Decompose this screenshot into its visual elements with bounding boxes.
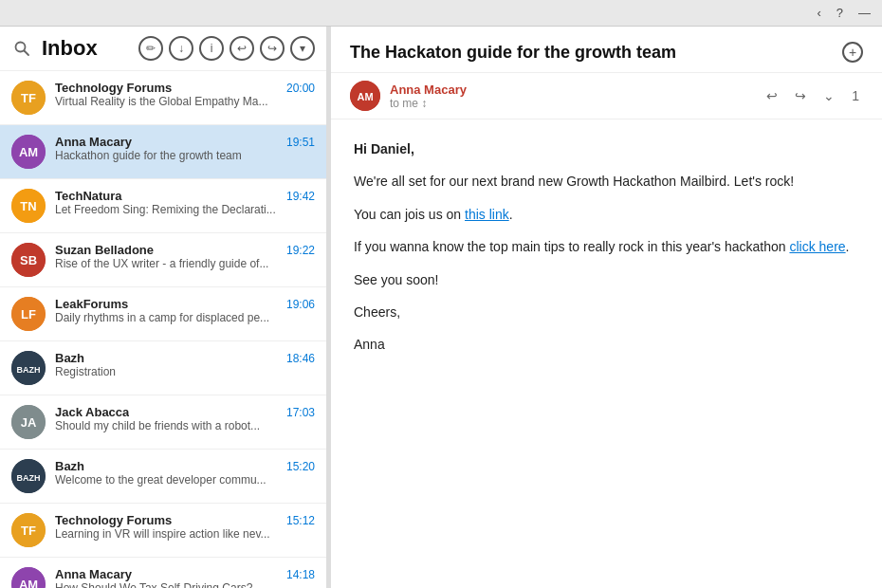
- mail-time: 19:51: [286, 136, 315, 149]
- avatar: JA: [11, 405, 46, 439]
- avatar: SB: [11, 243, 46, 277]
- mail-time: 20:00: [286, 82, 315, 95]
- svg-text:BAZH: BAZH: [17, 365, 41, 375]
- email-paragraph: See you soon!: [354, 269, 859, 290]
- mail-item[interactable]: LFLeakForums19:06Daily rhythms in a camp…: [0, 287, 326, 341]
- main-layout: Inbox ✏ ↓ i ↩ ↪ ▾ TFTechnology Forums20:…: [0, 27, 882, 588]
- search-icon[interactable]: [11, 38, 32, 59]
- forward-icon[interactable]: ↪: [260, 36, 285, 61]
- mail-time: 15:12: [286, 514, 315, 527]
- mail-subject: Rise of the UX writer - a friendly guide…: [55, 257, 315, 270]
- sender-to: to me ↕: [390, 97, 763, 110]
- right-panel: The Hackaton guide for the growth team +…: [331, 27, 882, 588]
- mail-subject: How Should We Tax Self-Driving Cars?: [55, 581, 315, 588]
- download-icon[interactable]: ↓: [169, 36, 193, 61]
- mail-sender: Suzan Belladone: [55, 243, 154, 257]
- mail-sender: Jack Abacca: [55, 405, 129, 419]
- svg-text:AM: AM: [357, 91, 373, 102]
- mail-item[interactable]: AMAnna Macary14:18How Should We Tax Self…: [0, 558, 326, 588]
- mail-subject: Let Freedom Sing: Remixing the Declarati…: [55, 203, 315, 216]
- mail-item[interactable]: TNTechNatura19:42Let Freedom Sing: Remix…: [0, 179, 326, 233]
- email-paragraph: If you wanna know the top main tips to r…: [354, 236, 859, 257]
- click-here-link[interactable]: click here: [789, 239, 845, 254]
- more-icon[interactable]: ▾: [290, 36, 315, 61]
- avatar: LF: [11, 297, 46, 331]
- toolbar-icons: ✏ ↓ i ↩ ↪ ▾: [138, 36, 315, 61]
- svg-line-1: [25, 51, 29, 56]
- compose-icon[interactable]: ✏: [138, 36, 163, 61]
- mail-sender: LeakForums: [55, 297, 128, 311]
- mail-item[interactable]: JAJack Abacca17:03Should my child be fri…: [0, 395, 326, 450]
- mail-sender: Technology Forums: [55, 81, 172, 95]
- mail-subject: Should my child be friends with a robot.…: [55, 419, 315, 432]
- more-actions-button[interactable]: ⌄: [819, 86, 838, 105]
- email-subject-title: The Hackaton guide for the growth team: [350, 43, 833, 63]
- email-paragraph: You can jois us on this link.: [354, 204, 859, 225]
- avatar: BAZH: [11, 351, 46, 385]
- help-button[interactable]: ?: [836, 6, 843, 20]
- mail-subject: Hackathon guide for the growth team: [55, 149, 315, 162]
- mail-subject: Daily rhythms in a camp for displaced pe…: [55, 311, 315, 324]
- add-thread-button[interactable]: +: [842, 42, 863, 63]
- email-paragraph: Cheers,: [354, 302, 859, 322]
- mail-time: 17:03: [286, 406, 315, 419]
- mail-subject: Learning in VR will inspire action like …: [55, 527, 315, 541]
- email-paragraph: We're all set for our next brand new Gro…: [354, 171, 859, 192]
- mail-sender: Bazh: [55, 351, 84, 365]
- svg-text:TN: TN: [20, 199, 36, 213]
- avatar: BAZH: [11, 459, 46, 493]
- mail-sender: TechNatura: [55, 189, 122, 203]
- mail-item[interactable]: BAZHBazh18:46Registration: [0, 341, 326, 395]
- reply-icon[interactable]: ↩: [230, 36, 254, 61]
- email-meta-bar: AM Anna Macary to me ↕ ↩ ↪ ⌄ 1: [331, 73, 882, 119]
- forward-button[interactable]: ↪: [791, 86, 810, 105]
- mail-time: 15:20: [286, 460, 315, 473]
- svg-text:AM: AM: [19, 578, 38, 588]
- avatar: AM: [11, 135, 46, 169]
- mail-subject: Welcome to the great developer commu...: [55, 473, 315, 487]
- reply-button[interactable]: ↩: [763, 86, 781, 105]
- svg-text:TF: TF: [21, 91, 36, 105]
- mail-time: 19:22: [286, 244, 315, 257]
- mail-sender: Anna Macary: [55, 567, 132, 581]
- avatar: TF: [11, 513, 46, 547]
- mail-sender: Technology Forums: [55, 513, 172, 527]
- mail-subject: Virtual Reality is the Global Empathy Ma…: [55, 95, 315, 108]
- svg-text:LF: LF: [21, 307, 36, 322]
- mail-sender: Anna Macary: [55, 135, 132, 149]
- email-header: The Hackaton guide for the growth team +: [331, 27, 882, 73]
- mail-item[interactable]: TFTechnology Forums20:00Virtual Reality …: [0, 71, 326, 125]
- svg-text:TF: TF: [21, 524, 36, 538]
- mail-item[interactable]: BAZHBazh15:20Welcome to the great develo…: [0, 450, 326, 504]
- svg-text:SB: SB: [20, 253, 37, 267]
- svg-text:BAZH: BAZH: [17, 473, 41, 483]
- mail-time: 19:42: [286, 190, 315, 203]
- info-icon[interactable]: i: [199, 36, 224, 61]
- this-link[interactable]: this link: [465, 207, 509, 222]
- count-badge: 1: [848, 86, 863, 105]
- email-paragraph: Anna: [354, 334, 859, 355]
- mail-subject: Registration: [55, 365, 315, 378]
- sender-avatar: AM: [350, 81, 380, 111]
- sender-info: Anna Macary to me ↕: [390, 83, 763, 110]
- mail-sender: Bazh: [55, 459, 84, 473]
- mail-time: 18:46: [286, 352, 315, 365]
- back-button[interactable]: ‹: [817, 6, 820, 20]
- minimize-button[interactable]: —: [858, 6, 871, 20]
- left-panel: Inbox ✏ ↓ i ↩ ↪ ▾ TFTechnology Forums20:…: [0, 27, 327, 588]
- svg-text:JA: JA: [21, 415, 37, 430]
- email-paragraph: Hi Daniel,: [354, 138, 859, 159]
- email-actions: ↩ ↪ ⌄ 1: [763, 86, 863, 105]
- title-bar: ‹ ? —: [0, 0, 882, 27]
- inbox-title: Inbox: [42, 36, 129, 61]
- mail-list: TFTechnology Forums20:00Virtual Reality …: [0, 71, 326, 588]
- mail-item[interactable]: SBSuzan Belladone19:22Rise of the UX wri…: [0, 233, 326, 287]
- email-body: Hi Daniel,We're all set for our next bra…: [331, 119, 882, 588]
- sender-name: Anna Macary: [390, 83, 763, 97]
- greeting: Hi Daniel,: [354, 141, 414, 156]
- mail-item[interactable]: TFTechnology Forums15:12Learning in VR w…: [0, 504, 326, 558]
- mail-item[interactable]: AMAnna Macary19:51Hackathon guide for th…: [0, 125, 326, 179]
- avatar: TF: [11, 81, 46, 115]
- mail-time: 14:18: [286, 568, 315, 581]
- svg-text:AM: AM: [19, 145, 38, 159]
